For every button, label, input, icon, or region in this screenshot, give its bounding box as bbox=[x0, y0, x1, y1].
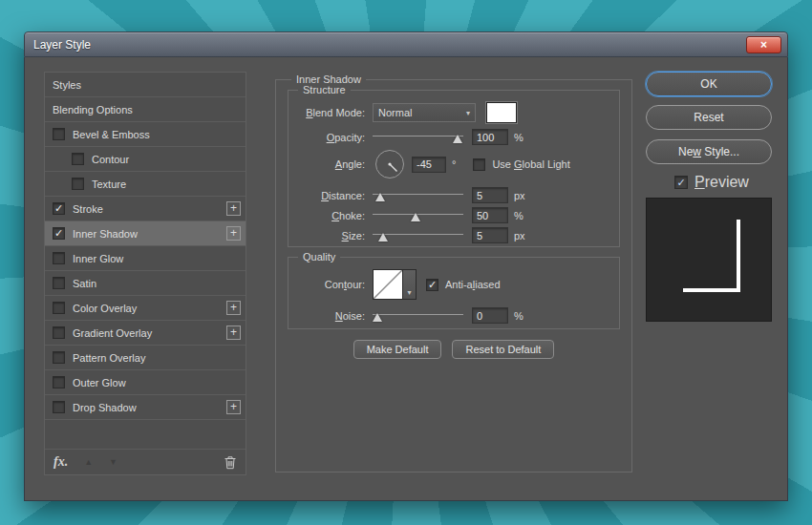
noise-slider-thumb[interactable] bbox=[373, 313, 382, 322]
size-slider-thumb[interactable] bbox=[378, 233, 388, 242]
sidebar-item-label: Inner Shadow bbox=[73, 228, 138, 240]
add-color-overlay-button[interactable]: + bbox=[226, 301, 241, 315]
color-overlay-checkbox[interactable] bbox=[53, 302, 65, 314]
stroke-checkbox[interactable]: ✓ bbox=[53, 202, 65, 215]
anti-aliased-checkbox[interactable]: ✓ bbox=[426, 279, 438, 291]
size-input[interactable] bbox=[472, 227, 508, 243]
ok-button[interactable]: OK bbox=[646, 72, 772, 96]
default-buttons-row: Make Default Reset to Default bbox=[276, 340, 631, 359]
outer-glow-checkbox[interactable] bbox=[53, 376, 65, 388]
effects-toolbar: fx. ▲ ▼ bbox=[45, 449, 246, 474]
noise-slider[interactable] bbox=[373, 309, 463, 323]
distance-input[interactable] bbox=[472, 187, 508, 203]
drop-shadow-checkbox[interactable] bbox=[53, 401, 65, 413]
inner-glow-checkbox[interactable] bbox=[53, 252, 65, 264]
texture-checkbox[interactable] bbox=[72, 178, 84, 190]
sidebar-item-satin[interactable]: Satin bbox=[45, 271, 246, 296]
dialog-titlebar[interactable]: Layer Style × bbox=[24, 32, 788, 57]
add-gradient-overlay-button[interactable]: + bbox=[226, 326, 241, 340]
move-effect-down-icon[interactable]: ▼ bbox=[109, 457, 118, 467]
sidebar-item-label: Color Overlay bbox=[73, 303, 137, 314]
new-style-button[interactable]: New Style... bbox=[646, 139, 772, 164]
opacity-label: Opacity: bbox=[296, 132, 365, 143]
angle-label: Angle: bbox=[296, 158, 365, 170]
sidebar-item-blending-options[interactable]: Blending Options bbox=[45, 97, 246, 122]
distance-row: Distance: px bbox=[296, 187, 611, 203]
preview-toggle-row: ✓ Preview bbox=[674, 174, 749, 191]
sidebar-item-drop-shadow[interactable]: Drop Shadow + bbox=[45, 395, 246, 420]
size-slider[interactable] bbox=[373, 229, 463, 242]
preview-checkbox[interactable]: ✓ bbox=[674, 176, 688, 189]
sidebar-item-stroke[interactable]: ✓ Stroke + bbox=[45, 197, 246, 221]
choke-slider-thumb[interactable] bbox=[411, 213, 420, 221]
contour-checkbox[interactable] bbox=[72, 153, 84, 165]
angle-input[interactable] bbox=[412, 157, 446, 173]
distance-unit: px bbox=[514, 190, 525, 201]
choke-slider[interactable] bbox=[373, 209, 463, 222]
sidebar-item-label: Stroke bbox=[73, 203, 103, 215]
add-drop-shadow-button[interactable]: + bbox=[226, 400, 241, 414]
contour-label: Contour: bbox=[296, 279, 365, 290]
choke-label: Choke: bbox=[296, 210, 365, 221]
distance-slider-thumb[interactable] bbox=[375, 193, 385, 201]
fx-menu-icon[interactable]: fx. bbox=[53, 454, 68, 470]
sidebar-item-inner-glow[interactable]: Inner Glow bbox=[45, 246, 246, 271]
blend-mode-select[interactable]: Normal ▾ bbox=[373, 103, 476, 122]
sidebar-item-gradient-overlay[interactable]: Gradient Overlay + bbox=[45, 321, 246, 346]
close-button[interactable]: × bbox=[746, 36, 781, 53]
add-stroke-button[interactable]: + bbox=[226, 201, 241, 216]
angle-unit: ° bbox=[452, 158, 456, 170]
sidebar-item-color-overlay[interactable]: Color Overlay + bbox=[45, 296, 246, 321]
angle-dial[interactable] bbox=[375, 150, 404, 178]
distance-slider[interactable] bbox=[373, 189, 463, 202]
reset-to-default-button[interactable]: Reset to Default bbox=[452, 340, 554, 359]
plus-icon: + bbox=[230, 301, 237, 314]
bevel-emboss-checkbox[interactable] bbox=[53, 128, 65, 140]
use-global-light-label: Use Global Light bbox=[492, 158, 569, 170]
inner-shadow-checkbox[interactable]: ✓ bbox=[53, 227, 65, 240]
pattern-overlay-checkbox[interactable] bbox=[53, 351, 65, 364]
sidebar-item-inner-shadow[interactable]: ✓ Inner Shadow + bbox=[45, 221, 246, 246]
style-preview-thumbnail bbox=[646, 198, 772, 322]
structure-group: Structure Blend Mode: Normal ▾ Opacity: bbox=[288, 90, 620, 247]
contour-picker[interactable]: ▾ bbox=[373, 269, 417, 300]
sidebar-item-outer-glow[interactable]: Outer Glow bbox=[45, 370, 246, 395]
sidebar-item-contour[interactable]: Contour bbox=[45, 147, 246, 172]
noise-input[interactable] bbox=[472, 307, 508, 324]
gradient-overlay-checkbox[interactable] bbox=[53, 326, 65, 339]
satin-checkbox[interactable] bbox=[53, 277, 65, 289]
delete-effect-icon[interactable] bbox=[224, 455, 237, 470]
anti-aliased-label: Anti-aliased bbox=[445, 279, 501, 290]
move-effect-up-icon[interactable]: ▲ bbox=[84, 457, 93, 467]
opacity-input[interactable] bbox=[472, 129, 508, 145]
styles-list: Styles Blending Options Bevel & Emboss C… bbox=[44, 72, 246, 475]
make-default-button[interactable]: Make Default bbox=[353, 340, 442, 359]
chevron-down-icon: ▾ bbox=[466, 109, 470, 117]
reset-button[interactable]: Reset bbox=[646, 105, 772, 130]
sidebar-item-texture[interactable]: Texture bbox=[45, 172, 246, 197]
sidebar-item-label: Outer Glow bbox=[73, 377, 126, 388]
contour-picker-arrow[interactable]: ▾ bbox=[403, 269, 417, 300]
opacity-slider[interactable] bbox=[373, 131, 463, 144]
preview-shape-horizontal bbox=[683, 288, 740, 292]
choke-input[interactable] bbox=[472, 207, 508, 223]
contour-thumbnail[interactable] bbox=[373, 269, 403, 300]
sidebar-item-label: Texture bbox=[92, 178, 126, 190]
choke-unit: % bbox=[514, 210, 524, 221]
add-inner-shadow-button[interactable]: + bbox=[226, 226, 241, 241]
sidebar-item-bevel-emboss[interactable]: Bevel & Emboss bbox=[45, 122, 246, 147]
plus-icon: + bbox=[230, 201, 237, 215]
shadow-color-swatch[interactable] bbox=[486, 102, 517, 123]
dialog-title: Layer Style bbox=[33, 38, 91, 52]
structure-group-title: Structure bbox=[298, 84, 351, 95]
layer-style-dialog: Layer Style × Styles Blending Options Be… bbox=[24, 32, 788, 501]
opacity-slider-thumb[interactable] bbox=[453, 135, 462, 143]
use-global-light-checkbox[interactable] bbox=[473, 158, 485, 171]
preview-label: Preview bbox=[694, 174, 749, 191]
check-icon: ✓ bbox=[676, 178, 685, 188]
sidebar-item-label: Bevel & Emboss bbox=[73, 129, 150, 140]
sidebar-item-pattern-overlay[interactable]: Pattern Overlay bbox=[45, 346, 246, 370]
dialog-body: Styles Blending Options Bevel & Emboss C… bbox=[24, 57, 788, 501]
sidebar-item-styles[interactable]: Styles bbox=[45, 73, 246, 97]
sidebar-item-label: Drop Shadow bbox=[73, 402, 137, 413]
